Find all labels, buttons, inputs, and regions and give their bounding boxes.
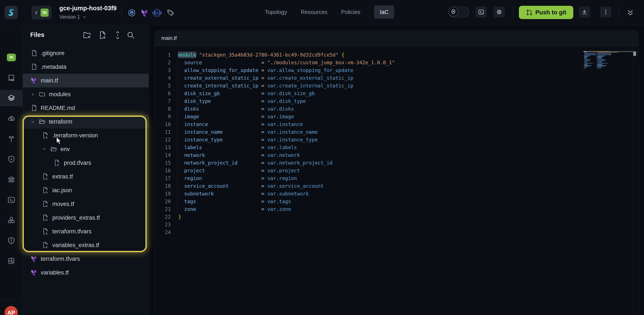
push-to-git-label: Push to git	[536, 9, 566, 16]
settings-button[interactable]	[494, 6, 505, 18]
code-line-18: 18 service_account = var.service_account	[149, 182, 599, 190]
nav-resources[interactable]: Resources	[301, 5, 327, 19]
tree-item-label: terraform.tfvars	[41, 252, 80, 266]
line-number: 16	[149, 168, 171, 173]
tree-item--terraform-version[interactable]: A.terraform-version	[22, 128, 149, 142]
download-button[interactable]	[579, 6, 590, 18]
chevron-down-icon[interactable]	[30, 119, 35, 124]
nav-iac[interactable]: IaC	[374, 5, 394, 19]
nav-topology[interactable]: Topology	[265, 5, 287, 19]
file-a-icon: A	[42, 200, 49, 208]
line-number: 13	[149, 145, 171, 150]
rail-item-shield-bolt-icon[interactable]	[0, 151, 22, 167]
tree-item-variables-tf[interactable]: variables.tf	[22, 266, 149, 280]
svg-text:HELM: HELM	[152, 11, 162, 15]
minimap[interactable]	[583, 50, 633, 76]
tree-item-readme-md[interactable]: README.md	[22, 101, 149, 115]
rail-item-book-icon[interactable]	[0, 70, 22, 86]
line-number: 12	[149, 137, 171, 142]
tree-item-env[interactable]: env	[22, 142, 149, 156]
line-number: 1	[149, 52, 171, 58]
tree-item-providers-extras-tf[interactable]: Aproviders_extras.tf	[22, 211, 149, 224]
tree-item-moves-tf[interactable]: Amoves.tf	[22, 197, 149, 211]
file-a-icon: A	[42, 173, 49, 180]
tree-item-prod-tfvars[interactable]: Aprod.tfvars	[22, 156, 149, 170]
chevron-down-icon[interactable]	[42, 146, 47, 152]
rail-item-layers-icon[interactable]	[0, 90, 22, 106]
terraform-file-icon	[31, 255, 38, 262]
tree-item-terraform-tfvars[interactable]: terraform.tfvars	[22, 252, 149, 266]
tree-item--metadata[interactable]: .metadata	[22, 60, 149, 74]
file-a-icon: A	[42, 214, 49, 221]
back-button[interactable]: IN	[32, 6, 52, 20]
svg-text:A: A	[46, 205, 48, 208]
new-file-icon[interactable]	[98, 31, 107, 40]
file-a-icon: A	[54, 159, 61, 166]
code-area[interactable]: 1module "stackgen_35a4b83d-2780-4361-bc4…	[149, 51, 599, 236]
tree-item-label: variables.tf	[41, 266, 69, 280]
line-number: 6	[149, 91, 171, 96]
tree-item-label: modules	[49, 88, 71, 101]
rail-item-cubes-icon[interactable]	[0, 212, 22, 228]
tree-item-label: prod.tfvars	[64, 156, 91, 170]
helm-icon[interactable]: HELM	[152, 8, 162, 18]
rail-item-bank-icon[interactable]	[0, 172, 22, 188]
tree-item--gitignore[interactable]: .gitignore	[22, 46, 149, 60]
svg-text:A: A	[57, 164, 59, 166]
tab-main-tf[interactable]: main.tf	[161, 30, 177, 46]
more-options-button[interactable]	[600, 6, 612, 18]
rail-item-terminal-icon[interactable]	[0, 192, 22, 208]
code-line-2: 2 source = "./modules/custom_jump_box-vm…	[149, 59, 599, 66]
file-a-icon: A	[42, 132, 49, 139]
terraform-icon[interactable]	[141, 9, 149, 17]
code-line-17: 17 region = var.region	[149, 174, 599, 182]
chevron-right-icon[interactable]	[30, 92, 35, 97]
push-to-git-button[interactable]: Push to git	[519, 6, 573, 19]
line-number: 5	[149, 83, 171, 88]
line-number: 2	[149, 60, 171, 65]
code-line-6: 6 disk_size_gb = var.disk_size_gb	[149, 90, 599, 97]
divider	[633, 46, 633, 315]
nav-policies[interactable]: Policies	[341, 5, 360, 19]
file-icon	[31, 50, 38, 56]
tags-icon[interactable]	[166, 9, 174, 17]
search-icon[interactable]	[126, 31, 135, 40]
rail-item-branch-split-icon[interactable]	[0, 131, 22, 147]
tree-item-main-tf[interactable]: main.tf	[22, 74, 149, 88]
gear-icon	[496, 9, 502, 15]
folder-open-icon	[50, 146, 57, 152]
collapse-topbar-icon[interactable]	[626, 8, 635, 17]
rail-item-grid-add-icon[interactable]	[0, 253, 22, 269]
new-folder-icon[interactable]	[82, 31, 92, 40]
code-line-15: 15 network_project_id = var.network_proj…	[149, 159, 599, 167]
code-editor: main.tf 1module "stackgen_35a4b83d-2780-…	[149, 25, 644, 315]
terraform-file-icon	[31, 77, 38, 84]
version-selector[interactable]: Version 1	[59, 14, 87, 20]
tree-item-terraform[interactable]: terraform	[22, 115, 149, 128]
avatar[interactable]: AP	[4, 306, 18, 315]
mode-toggle[interactable]	[448, 7, 469, 17]
line-number: 19	[149, 191, 171, 196]
tree-item-modules[interactable]: modules	[22, 88, 149, 101]
tree-item-terraform-tfvars[interactable]: Aterraform.tfvars	[22, 224, 149, 238]
tree-item-extras-tf[interactable]: Aextras.tf	[22, 170, 149, 184]
line-number: 20	[149, 199, 171, 204]
rail-item-in-badge-icon[interactable]: IN	[0, 49, 22, 66]
tree-item-variables-extras-tf[interactable]: Avariables_extras.tf	[22, 238, 149, 252]
terminal-button[interactable]	[476, 6, 487, 18]
page-title: gce-jump-host-03f9	[59, 5, 116, 12]
scrollbar-thumb[interactable]	[633, 52, 636, 56]
code-line-19: 19 subnetwork = var.subnetwork	[149, 190, 599, 198]
editor-tabbar: main.tf	[154, 30, 639, 46]
unfold-icon[interactable]	[113, 31, 122, 40]
line-number: 15	[149, 160, 171, 166]
rail-item-cloud-search-icon[interactable]	[0, 110, 22, 127]
files-header: Files	[22, 25, 149, 45]
tree-item-iac-json[interactable]: Aiac.json	[22, 184, 149, 197]
infra-hexagon-icon[interactable]	[128, 9, 136, 17]
left-rail: AP IN	[0, 25, 23, 315]
app-logo[interactable]	[4, 6, 18, 19]
terminal-icon	[478, 9, 484, 15]
folder-icon	[38, 91, 46, 98]
rail-item-shield-alert-icon[interactable]	[0, 232, 22, 249]
